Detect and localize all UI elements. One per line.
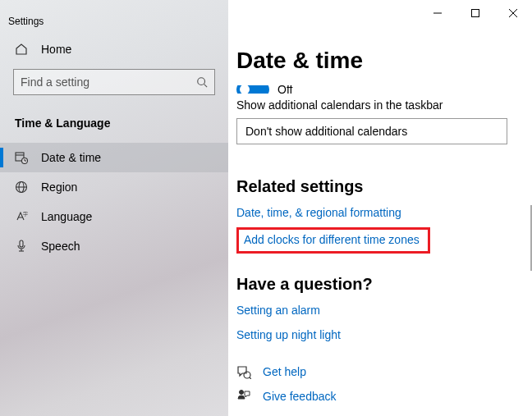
sidebar-item-date-time[interactable]: Date & time <box>0 143 228 172</box>
feedback-icon <box>236 389 251 404</box>
svg-rect-1 <box>472 10 479 17</box>
nav-home[interactable]: Home <box>0 34 228 64</box>
microphone-icon <box>15 240 28 253</box>
calendars-dropdown[interactable]: Don't show additional calendars <box>236 118 507 144</box>
language-icon: 字 <box>15 210 28 223</box>
toggle-partial[interactable]: Off <box>236 85 507 94</box>
calendar-clock-icon <box>15 151 28 164</box>
sidebar-item-language[interactable]: 字 Language <box>0 202 228 231</box>
sidebar-section-header: Time & Language <box>0 110 228 143</box>
calendars-label: Show additional calendars in the taskbar <box>236 98 507 112</box>
link-setting-alarm[interactable]: Setting an alarm <box>236 304 507 317</box>
sidebar: Settings Home Time & Language <box>0 0 228 416</box>
page-title: Date & time <box>236 48 507 74</box>
settings-window: Settings Home Time & Language <box>0 0 532 416</box>
link-get-help[interactable]: Get help <box>263 365 306 378</box>
toggle-state-label: Off <box>277 85 292 94</box>
home-icon <box>15 43 28 56</box>
svg-line-19 <box>250 377 251 379</box>
sidebar-item-speech[interactable]: Speech <box>0 231 228 261</box>
sidebar-item-label: Region <box>41 181 77 194</box>
link-date-time-formatting[interactable]: Date, time, & regional formatting <box>236 206 507 219</box>
help-icon <box>236 364 251 379</box>
highlight-annotation: Add clocks for different time zones <box>236 227 430 254</box>
svg-point-18 <box>244 372 250 378</box>
toggle-pill-icon <box>236 85 269 94</box>
get-help-row[interactable]: Get help <box>236 364 507 379</box>
link-give-feedback[interactable]: Give feedback <box>263 390 337 403</box>
sidebar-item-label: Speech <box>41 240 80 253</box>
close-button[interactable] <box>494 0 532 26</box>
globe-icon <box>15 181 28 194</box>
related-settings-title: Related settings <box>236 177 507 196</box>
search-icon <box>196 76 208 88</box>
sidebar-item-label: Date & time <box>41 151 101 164</box>
link-add-clocks[interactable]: Add clocks for different time zones <box>244 233 420 246</box>
svg-point-4 <box>198 78 205 85</box>
minimize-button[interactable] <box>419 0 456 26</box>
sidebar-item-region[interactable]: Region <box>0 172 228 202</box>
window-controls <box>419 0 532 26</box>
nav-home-label: Home <box>41 43 71 56</box>
question-title: Have a question? <box>236 275 507 294</box>
maximize-button[interactable] <box>456 0 494 26</box>
svg-text:字: 字 <box>23 211 28 217</box>
main-panel: Date & time Off Show additional calendar… <box>228 0 532 416</box>
search-box[interactable] <box>13 69 215 95</box>
link-night-light[interactable]: Setting up night light <box>236 328 507 341</box>
dropdown-value: Don't show additional calendars <box>245 125 407 138</box>
svg-line-5 <box>204 85 208 88</box>
svg-point-20 <box>240 391 244 395</box>
sidebar-item-label: Language <box>41 210 92 223</box>
svg-rect-15 <box>20 240 23 247</box>
window-title: Settings <box>0 8 228 34</box>
search-input[interactable] <box>21 75 189 89</box>
give-feedback-row[interactable]: Give feedback <box>236 389 507 404</box>
content-area: Date & time Off Show additional calendar… <box>228 26 532 416</box>
